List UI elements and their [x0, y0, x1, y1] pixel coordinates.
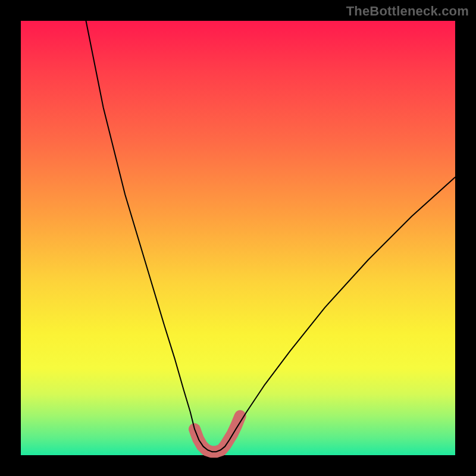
plot-area	[21, 21, 455, 455]
marker-layer	[192, 413, 243, 452]
curve-right	[212, 177, 455, 452]
curve-left	[86, 21, 212, 452]
chart-svg	[21, 21, 455, 455]
chart-frame: TheBottleneck.com	[0, 0, 476, 476]
watermark-text: TheBottleneck.com	[346, 4, 469, 19]
